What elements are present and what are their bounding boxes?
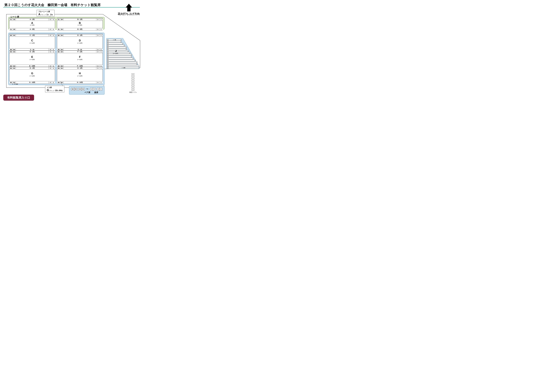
seat-num: 31 bbox=[9, 28, 13, 30]
seat-num: 1 bbox=[52, 82, 55, 83]
row-label: H - 1列 bbox=[64, 67, 96, 69]
seat-num: 1 bbox=[99, 67, 103, 69]
block-rows: 1〜10列 bbox=[57, 59, 103, 61]
seat-num: 64 bbox=[60, 67, 64, 69]
temporary-toilet: 仮設トイレ bbox=[131, 73, 137, 93]
seat-num: 1 bbox=[52, 51, 55, 53]
pair-seat-num: 3 bbox=[93, 88, 96, 91]
j-row: 34 1 bbox=[107, 61, 137, 63]
seat-num: 3 bbox=[49, 51, 52, 53]
seat-num: 18 bbox=[107, 43, 109, 44]
seat-num: 32 bbox=[107, 60, 109, 61]
block-H: 6664 H - 1列 31 H 1〜10列 6664 H - 10列 31 bbox=[57, 67, 103, 81]
row-label: J - 16列 bbox=[122, 67, 126, 69]
block-G: 6664 G - 1列 31 G 1〜10列 6664 G - 10列 31 bbox=[9, 67, 55, 81]
seat-num: 64 bbox=[13, 82, 16, 83]
j-row: 38 J - 16列 bbox=[107, 67, 139, 69]
j-row: 32 1 bbox=[107, 60, 136, 61]
row-strip: 3130 B - 1列 21 bbox=[57, 18, 103, 21]
seat-num: 3 bbox=[96, 35, 99, 36]
toilet-icon bbox=[131, 73, 134, 91]
row-label: G - 1列 bbox=[16, 67, 49, 69]
block-title: H bbox=[57, 72, 103, 75]
callout-chair-line bbox=[60, 82, 65, 86]
block-title: C bbox=[9, 39, 55, 42]
row-strip: 6664 G - 1列 31 bbox=[9, 67, 55, 70]
seat-num: 3 bbox=[96, 65, 99, 67]
seat-num: 20 bbox=[107, 45, 109, 46]
block-rows: 1〜10列 bbox=[57, 75, 103, 77]
seat-num: 1 bbox=[99, 49, 103, 50]
block-title: A bbox=[9, 21, 55, 25]
block-rows: 1〜5列 bbox=[9, 24, 55, 26]
block-B: 3130 B - 1列 21 B 1〜5列 3130 B - 5列 21 bbox=[57, 18, 103, 28]
seat-num: 3 bbox=[49, 65, 52, 67]
seat-num: 1 bbox=[127, 51, 129, 52]
j-row: 18 1 bbox=[107, 43, 123, 44]
j-row: 28 1 bbox=[107, 56, 132, 57]
seat-num: 31 bbox=[57, 28, 60, 30]
seat-num: 3 bbox=[49, 82, 52, 83]
block-rows: 1〜10列 bbox=[57, 42, 103, 44]
pair-seat-num: 66 bbox=[71, 88, 74, 91]
block-A: 3130 A - 1列 21 A 1〜5列 3130 A - 5列 21 bbox=[9, 18, 55, 28]
seat-num: 1 bbox=[99, 19, 103, 20]
j-row: 16 1 bbox=[107, 41, 122, 42]
j-block-title: J bbox=[115, 49, 117, 53]
seat-num: 36 bbox=[107, 65, 109, 67]
block-rows: 1〜10列 bbox=[9, 42, 55, 44]
j-row: 36 bbox=[107, 65, 139, 67]
row-label: A - 1列 bbox=[16, 19, 49, 21]
pair-label: ペア席 bbox=[84, 91, 90, 94]
sheet-header: シート席 bbox=[10, 15, 19, 18]
j-row: 30 1 bbox=[107, 58, 133, 59]
row-strip: 3130 B - 5列 21 bbox=[57, 28, 103, 31]
seat-num: 1 bbox=[130, 54, 132, 56]
seat-num: 2 bbox=[49, 28, 52, 30]
seat-num: 30 bbox=[13, 28, 16, 30]
seat-num: 66 bbox=[9, 35, 13, 36]
j-row: 22 1 bbox=[107, 49, 127, 50]
block-D: 6664 D - 1列 31 D 1〜10列 6664 D - 10 31 bbox=[57, 34, 103, 49]
seat-num: 64 bbox=[60, 51, 64, 53]
seat-num: 34 bbox=[107, 62, 109, 63]
seat-num: 1 bbox=[52, 65, 55, 67]
pair-seat-num: 63 bbox=[81, 88, 85, 91]
callout-blue-sheet: ブルーシート席 Aブロック 1列 2番 bbox=[37, 10, 54, 16]
seat-num: 66 bbox=[9, 65, 13, 67]
seat-num: 64 bbox=[13, 67, 16, 69]
row-label: B - 5列 bbox=[64, 28, 96, 30]
row-strip: 6664 G - 10列 31 bbox=[9, 81, 55, 84]
seat-num: 1 bbox=[136, 64, 137, 65]
j-row: 24 1 bbox=[107, 50, 129, 52]
row-strip: 6664 D - 1列 31 bbox=[57, 34, 103, 37]
seat-num: 2 bbox=[96, 28, 99, 30]
toilet-label: 仮設トイレ bbox=[129, 91, 137, 93]
svg-line-3 bbox=[60, 82, 63, 86]
seat-num: 66 bbox=[57, 82, 60, 83]
row-label: D - 10 bbox=[64, 49, 96, 50]
j-row: 16 J - 1列 1 bbox=[107, 39, 122, 41]
block-title: G bbox=[9, 72, 55, 75]
row-label: G - 10列 bbox=[16, 82, 49, 84]
row-label: F - 1列 bbox=[64, 51, 96, 53]
seat-num: 3 bbox=[96, 67, 99, 69]
seat-num: 66 bbox=[57, 49, 60, 50]
seat-num: 1 bbox=[99, 65, 103, 67]
entrance-sign: 有料観覧席入り口 bbox=[3, 95, 34, 101]
seat-num: 24 bbox=[107, 51, 109, 52]
seat-num: 34 bbox=[107, 64, 109, 65]
seat-num: 3 bbox=[49, 35, 52, 36]
seat-num: 1 bbox=[120, 41, 121, 42]
page-title: 第２０回こうのす花火大会 糠田第一会場 有料チケット観覧席 bbox=[4, 3, 101, 7]
seat-num: 1 bbox=[134, 60, 135, 61]
seat-num: 1 bbox=[122, 43, 123, 44]
seat-num: 16 bbox=[107, 41, 109, 42]
pair-seat-num: 65 bbox=[74, 88, 77, 91]
seat-num: 66 bbox=[9, 49, 13, 50]
seat-num: 30 bbox=[107, 58, 109, 59]
pair-seat-num: 2 bbox=[97, 88, 100, 91]
block-E: 6664 E - 1列 31 E 1〜10列 6664 E - 10列 31 bbox=[9, 50, 55, 65]
seat-num: 30 bbox=[13, 19, 16, 20]
seat-num: 28 bbox=[107, 56, 109, 57]
